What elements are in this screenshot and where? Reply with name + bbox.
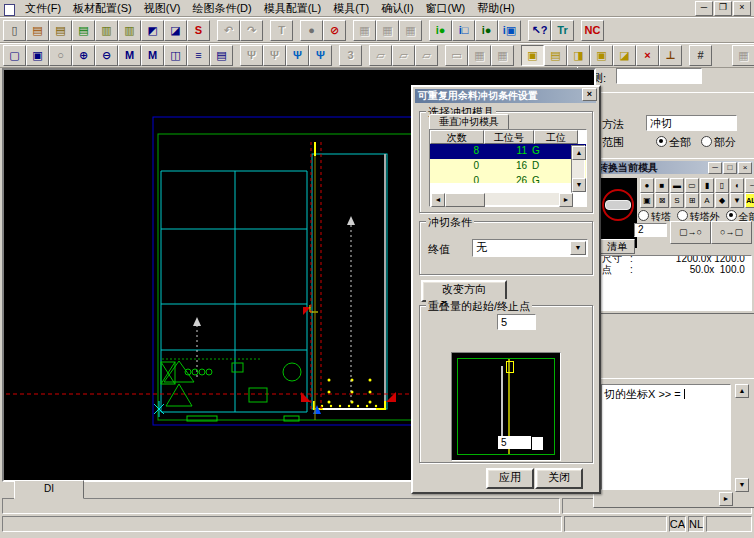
shape-obround-button[interactable]: ▬ [670,178,684,193]
info-tool-button[interactable]: i● [475,20,498,41]
detect-input[interactable] [616,68,702,84]
final-value-dropdown[interactable]: 无 ▼ [472,239,588,257]
document-system-icon[interactable] [3,3,16,15]
zoom-in-button[interactable]: ⊕ [72,45,95,66]
table-row[interactable]: 0 26 G [430,174,586,183]
menu-window[interactable]: 窗口(W) [420,0,472,17]
col-station[interactable]: 工位 [534,130,578,144]
minimize-button[interactable]: ─ [695,1,713,16]
info-sheet-button[interactable]: i▣ [498,20,521,41]
open-part-button[interactable]: ▥ [95,20,118,41]
dialog-close-button-bottom[interactable]: 关闭 [535,468,583,489]
menu-help[interactable]: 帮助(H) [471,0,520,17]
menu-sheet-config[interactable]: 板材配置(S) [67,0,138,17]
close-button[interactable]: × [733,1,751,16]
apply-button[interactable]: 应用 [486,468,534,489]
fit-sheet-button[interactable]: M [118,45,141,66]
cascade-button[interactable]: ▤ [210,45,233,66]
view-bars-button[interactable]: ▤ [544,45,567,66]
menu-tool-config[interactable]: 模具配置(L) [258,0,327,17]
clamp-3-button[interactable]: Ψ [286,45,309,66]
range-all-radio[interactable]: 全部 [656,135,691,150]
preview-handle[interactable] [532,437,543,450]
shape-s-button[interactable]: S [670,193,684,208]
move-step-button[interactable]: # [689,45,712,66]
preview-overlap-input[interactable]: 5 [498,436,531,449]
table-row[interactable]: 0 16 D [430,159,586,174]
col-count[interactable]: 次数 [430,130,484,144]
punch-forbid-button[interactable]: ⊘ [323,20,346,41]
punch-point-button[interactable]: ● [300,20,323,41]
shape-rect-button[interactable]: ▭ [685,178,699,193]
tile-vertical-button[interactable]: ◫ [164,45,187,66]
help-pointer-button[interactable]: ↖? [528,20,551,41]
punch-head-button[interactable]: ⊥ [659,45,682,66]
nc-output-button[interactable]: NC [581,20,604,41]
draw-condition-button[interactable]: ◩ [141,20,164,41]
list-button[interactable]: 清单 [599,239,635,254]
turret-radio[interactable]: 转塔 [638,211,671,222]
shape-diamond-button[interactable]: ◆ [715,193,729,208]
view-box-button[interactable]: ▣ [590,45,613,66]
dropdown-arrow-icon[interactable]: ▼ [570,241,586,255]
convert-square-to-circle-button[interactable]: ▢→○ [670,221,711,244]
info-station-button[interactable]: i□ [452,20,475,41]
shape-letter-button[interactable]: A [700,193,714,208]
scroll-thumb[interactable] [445,193,485,207]
minimize-icon[interactable]: ─ [708,162,722,174]
zoom-out-button[interactable]: ⊖ [95,45,118,66]
view-filled-button[interactable]: ▣ [521,45,544,66]
menu-view[interactable]: 视图(V) [138,0,187,17]
overlap-input[interactable]: 5 [497,314,536,330]
shape-grid-box-button[interactable]: ⊞ [685,193,699,208]
delete-punch-button[interactable]: × [636,45,659,66]
table-row[interactable]: 8 11 G [430,144,586,159]
zoom-window-button[interactable]: ▣ [26,45,49,66]
shape-square-button[interactable]: ■ [655,178,669,193]
shape-circle-button[interactable]: ● [640,178,654,193]
scroll-left-icon[interactable]: ◄ [431,193,445,207]
shape-special-button[interactable]: ~ [745,178,754,193]
scroll-up-icon[interactable]: ▲ [572,146,586,160]
open-sheet-button[interactable]: ▤ [49,20,72,41]
menu-draw-condition[interactable]: 绘图条件(D) [186,0,257,17]
table-vertical-scrollbar[interactable]: ▲ ▼ [571,145,585,193]
dialog-close-button[interactable]: × [582,88,597,101]
shape-halfround-button[interactable]: ◖ [730,178,744,193]
draw-condition-2-button[interactable]: ◪ [164,20,187,41]
view-diag-button[interactable]: ◪ [613,45,636,66]
new-window-button[interactable]: ▢ [3,45,26,66]
range-part-radio[interactable]: 部分 [701,135,736,150]
menu-tool[interactable]: 模具(T) [327,0,375,17]
save-part-button[interactable]: ▥ [118,20,141,41]
document-tab[interactable]: DI [14,480,84,499]
open-remnant-button[interactable]: ▤ [26,20,49,41]
save-sheet-button[interactable]: ▤ [72,20,95,41]
command-text-area[interactable]: 切的坐标X >> = [601,384,731,490]
close-icon[interactable]: × [738,162,752,174]
col-station-no[interactable]: 工位号 [484,130,534,144]
info-part-button[interactable]: i● [429,20,452,41]
shape-cross-box-button[interactable]: ⊠ [655,193,669,208]
view-right-button[interactable]: ◨ [567,45,590,66]
convert-tool-titlebar[interactable]: 转换当前模具 ─ □ × [596,161,753,174]
shape-triangle-button[interactable]: ▼ [730,193,744,208]
shape-rounded-button[interactable]: ▣ [640,193,654,208]
shape-voval-button[interactable]: ▯ [715,178,729,193]
text-tool-button[interactable]: Tr [551,20,574,41]
scroll-down-icon[interactable]: ▼ [572,178,586,192]
spc-button[interactable]: S [187,20,210,41]
shape-all-button[interactable]: ALL [745,193,754,208]
shape-vbar-button[interactable]: ▮ [700,178,714,193]
scroll-right-icon[interactable]: ► [559,193,573,207]
tile-horizontal-button[interactable]: ≡ [187,45,210,66]
maximize-icon[interactable]: □ [723,162,737,174]
tool-info-list[interactable]: 尺寸:1200.0x 1200.0点:50.0x 100.0 [598,255,752,311]
menu-confirm[interactable]: 确认(I) [375,0,419,17]
scroll-down-icon[interactable]: ▼ [735,478,749,492]
restore-button[interactable]: ❐ [714,1,732,16]
table-horizontal-scrollbar[interactable]: ◄ ► [431,193,573,205]
convert-circle-to-square-button[interactable]: ○→▢ [711,221,752,244]
scroll-right-icon[interactable]: ► [719,492,733,506]
fit-part-button[interactable]: M [141,45,164,66]
